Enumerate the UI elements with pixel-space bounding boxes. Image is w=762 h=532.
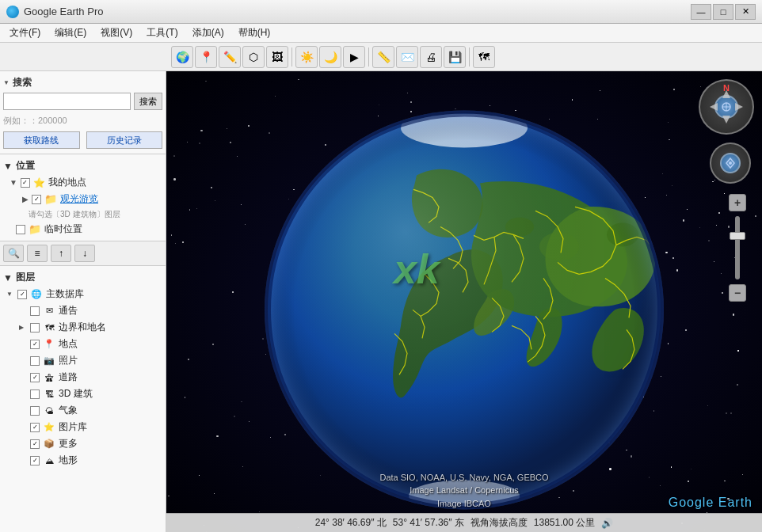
layer-gallery-check[interactable]: ✓ [30, 423, 40, 432]
layer-roads-check[interactable]: ✓ [30, 373, 40, 382]
tree-item-myplaces[interactable]: ▼ ✓ ⭐ 我的地点 [3, 174, 162, 191]
zoom-in-button[interactable]: + [729, 194, 746, 211]
layers-label: 图层 [16, 271, 35, 284]
menu-add[interactable]: 添加(A) [186, 25, 231, 41]
layer-weather[interactable]: 🌤 气象 [3, 402, 162, 419]
menubar: 文件(F) 编辑(E) 视图(V) 工具(T) 添加(A) 帮助(H) [0, 24, 762, 43]
tilt-control[interactable] [710, 142, 751, 184]
compass-right-btn[interactable] [735, 103, 743, 111]
toolbar-path-btn[interactable]: ✏️ [219, 46, 241, 68]
toolbar-email-btn[interactable]: ✉️ [396, 46, 418, 68]
toolbar-sun-btn[interactable]: ☀️ [295, 46, 318, 68]
layer-borders[interactable]: ▶ 🗺 边界和地名 [3, 319, 162, 336]
layer-photos[interactable]: 📷 照片 [3, 352, 162, 369]
layer-notice-check[interactable] [30, 306, 40, 316]
layer-main-db[interactable]: ▼ ✓ 🌐 主数据库 [3, 286, 162, 302]
tilt-icon [723, 156, 737, 170]
layers-expand-icon: ▼ [3, 272, 13, 283]
compass-left-btn[interactable] [710, 103, 718, 111]
minimize-button[interactable]: — [691, 4, 711, 20]
menu-view[interactable]: 视图(V) [94, 25, 139, 41]
search-row: 搜索 [3, 93, 162, 110]
layer-weather-icon: 🌤 [43, 406, 55, 416]
status-lat: 24° 38′ 46.69″ 北 [315, 516, 387, 530]
layer-more[interactable]: ✓ 📦 更多 [3, 435, 162, 452]
panel-up-btn[interactable]: ↑ [51, 245, 71, 262]
compass-crosshair-icon [720, 101, 733, 113]
toolbar-tour-btn[interactable]: ▶ [343, 46, 365, 68]
layer-gallery-icon: ⭐ [43, 422, 55, 432]
layer-borders-check[interactable] [30, 323, 40, 332]
search-input[interactable] [3, 93, 131, 110]
locations-section: ▼ 位置 ▼ ✓ ⭐ 我的地点 ▶ ✓ 📁 观光游览 请勾选〔3D 建筑物〕图层 [0, 154, 166, 241]
layer-3d-icon: 🏗 [43, 390, 55, 399]
layer-main-db-check[interactable]: ✓ [17, 290, 27, 299]
toolbar-globe-btn[interactable]: 🌍 [171, 46, 193, 68]
locations-expand-icon: ▼ [3, 161, 13, 172]
tourism-folder-icon: 📁 [44, 193, 57, 205]
get-route-button[interactable]: 获取路线 [3, 131, 80, 149]
map-area[interactable]: xk N [166, 71, 762, 532]
search-expand-icon: ▼ [3, 79, 10, 86]
layer-3d-check[interactable] [30, 390, 40, 399]
temp-checkbox[interactable] [16, 225, 25, 234]
layer-main-db-icon: 🌐 [30, 289, 43, 299]
zoom-out-button[interactable]: − [729, 284, 746, 302]
layer-weather-check[interactable] [30, 406, 40, 416]
compass-outer: N [699, 79, 754, 135]
layer-notice-label: 通告 [59, 304, 78, 317]
search-button[interactable]: 搜索 [134, 93, 162, 110]
toolbar: 🌍 📍 ✏️ ⬡ 🖼 ☀️ 🌙 ▶ 📏 ✉️ 🖨 💾 🗺 [0, 43, 762, 71]
layer-roads[interactable]: ✓ 🛣 道路 [3, 369, 162, 386]
expand-myplaces-icon: ▼ [10, 178, 17, 187]
panel-list-btn[interactable]: ≡ [27, 245, 48, 262]
myplaces-checkbox[interactable]: ✓ [21, 178, 30, 188]
layer-photos-check[interactable] [30, 356, 40, 366]
toolbar-sky-btn[interactable]: 🌙 [319, 46, 341, 68]
layer-terrain-check[interactable]: ✓ [30, 456, 40, 466]
layer-notice[interactable]: ✉ 通告 [3, 302, 162, 319]
panel-tools: 🔍 ≡ ↑ ↓ [0, 241, 166, 266]
locations-header: ▼ 位置 [3, 158, 162, 174]
history-button[interactable]: 历史记录 [86, 131, 163, 149]
menu-edit[interactable]: 编辑(E) [48, 25, 93, 41]
tourism-checkbox[interactable]: ✓ [32, 195, 41, 204]
toolbar-map-btn[interactable]: 🗺 [473, 46, 495, 68]
layer-gallery-label: 图片库 [59, 420, 87, 434]
myplaces-label: 我的地点 [48, 176, 86, 189]
search-section: ▼ 搜索 搜索 例如：：200000 获取路线 历史记录 [0, 71, 166, 154]
temp-places-label: 临时位置 [44, 222, 82, 236]
layer-places-check[interactable]: ✓ [30, 340, 40, 349]
layer-terrain[interactable]: ✓ ⛰ 地形 [3, 452, 162, 469]
zoom-slider-thumb[interactable] [730, 232, 745, 240]
panel-down-btn[interactable]: ↓ [74, 245, 95, 262]
status-icon[interactable]: 🔊 [601, 518, 613, 529]
toolbar-polygon-btn[interactable]: ⬡ [242, 46, 265, 68]
toolbar-sep2 [368, 48, 369, 66]
tourism-label[interactable]: 观光游览 [60, 192, 98, 206]
toolbar-print-btn[interactable]: 🖨 [420, 46, 442, 68]
compass-down-btn[interactable] [722, 116, 730, 124]
menu-tools[interactable]: 工具(T) [140, 25, 184, 41]
search-header: ▼ 搜索 [3, 74, 162, 93]
toolbar-placemark-btn[interactable]: 📍 [195, 46, 217, 68]
tree-item-tourism[interactable]: ▶ ✓ 📁 观光游览 [3, 191, 162, 207]
toolbar-overlay-btn[interactable]: 🖼 [266, 46, 288, 68]
menu-help[interactable]: 帮助(H) [232, 25, 277, 41]
layer-gallery[interactable]: ✓ ⭐ 图片库 [3, 419, 162, 435]
close-button[interactable]: ✕ [735, 4, 756, 20]
toolbar-ruler-btn[interactable]: 📏 [372, 46, 394, 68]
menu-file[interactable]: 文件(F) [3, 25, 47, 41]
maximize-button[interactable]: □ [713, 4, 733, 20]
layer-photos-icon: 📷 [43, 355, 55, 366]
layer-more-check[interactable]: ✓ [30, 439, 40, 449]
layer-3d[interactable]: 🏗 3D 建筑 [3, 386, 162, 402]
layer-main-db-expand: ▼ [6, 291, 14, 298]
compass-up-btn[interactable] [722, 90, 730, 98]
app-icon [6, 6, 19, 18]
tree-item-temp[interactable]: 📁 临时位置 [3, 221, 162, 238]
panel-search-btn[interactable]: 🔍 [3, 245, 24, 262]
toolbar-save-btn[interactable]: 💾 [444, 46, 466, 68]
expand-tourism-icon: ▶ [22, 195, 29, 203]
layer-places[interactable]: ✓ 📍 地点 [3, 336, 162, 352]
